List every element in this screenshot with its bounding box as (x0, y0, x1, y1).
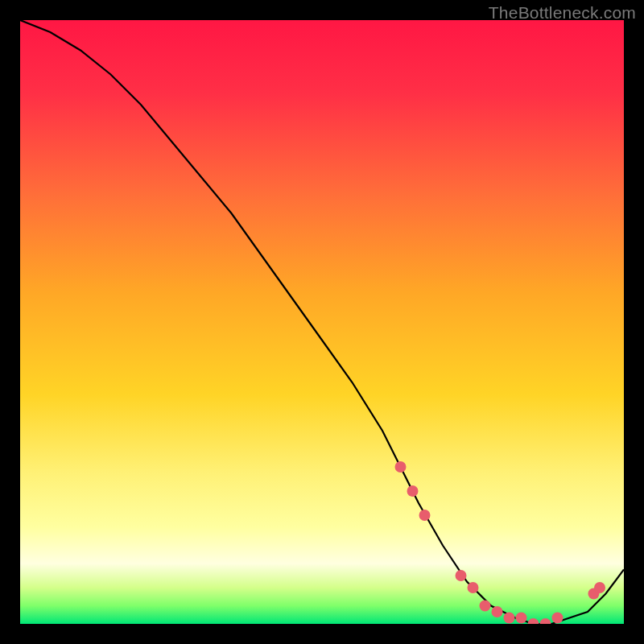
gradient-background (20, 20, 624, 624)
marker-point (456, 570, 467, 581)
marker-point (419, 510, 431, 521)
plot-area (20, 20, 624, 624)
marker-point (552, 613, 564, 624)
marker-point (516, 613, 527, 624)
marker-point (594, 582, 605, 593)
chart-container: TheBottleneck.com (0, 0, 644, 644)
marker-point (480, 601, 491, 612)
marker-point (395, 461, 407, 473)
marker-point (492, 606, 503, 617)
marker-point (468, 582, 479, 593)
watermark-text: TheBottleneck.com (489, 3, 636, 23)
chart-svg (20, 20, 624, 624)
marker-point (504, 613, 515, 624)
marker-point (407, 485, 419, 497)
